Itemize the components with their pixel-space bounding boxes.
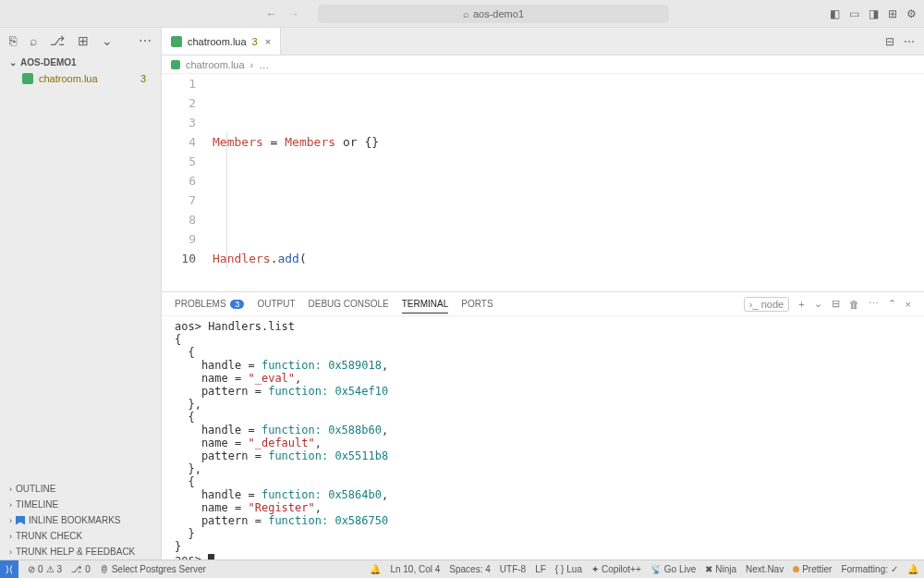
code-editor[interactable]: 1 2 3 4 5 6 7 8 9 10 Members = Members o… [162,74,924,291]
command-center-label: aos-demo1 [473,8,524,19]
status-formatting[interactable]: Formatting: ✓ [841,564,898,574]
line-number: 7 [162,191,196,210]
layout-customize-icon[interactable]: ⊞ [888,7,897,20]
chevron-right-icon: › [9,516,12,525]
chevron-down-icon[interactable]: ⌄ [102,33,113,48]
status-spaces[interactable]: Spaces: 4 [449,564,490,574]
statusbar: ⟩⟨ ⊘ 0 ⚠ 3 ⎇ 0 🛢 Select Postgres Server … [0,560,924,578]
chevron-right-icon: › [9,485,12,494]
sidebar-section-outline[interactable]: ›OUTLINE [0,481,161,497]
section-label: TRUNK HELP & FEEDBACK [16,547,135,557]
settings-gear-icon[interactable]: ⚙ [906,7,917,20]
section-label: INLINE BOOKMARKS [29,515,120,525]
status-encoding[interactable]: UTF-8 [500,564,526,574]
more-icon[interactable]: ⋯ [139,33,152,48]
status-prettier[interactable]: Prettier [793,564,832,574]
terminal-kind[interactable]: ›_node [744,297,789,312]
status-ext[interactable]: ⎇ 0 [71,564,91,574]
line-number: 4 [162,132,196,152]
file-name: chatroom.lua [39,73,98,84]
status-ln-col[interactable]: Ln 10, Col 4 [390,564,440,574]
tab-ports[interactable]: PORTS [461,295,492,313]
status-copilot[interactable]: ✦ Copilot++ [591,564,641,574]
editor-tabs: chatroom.lua 3 × ⊟ ⋯ [162,28,924,55]
chevron-down-icon: ⌄ [9,57,17,68]
breadcrumb-file: chatroom.lua [186,59,245,70]
line-number: 5 [162,152,196,171]
section-label: OUTLINE [16,484,55,494]
chevron-right-icon: › [9,532,12,541]
titlebar: ← → ⌕ aos-demo1 ◧ ▭ ◨ ⊞ ⚙ [0,0,924,28]
tab-dirty-badge: 3 [252,36,258,47]
tab-actions: ⊟ ⋯ [876,28,924,55]
lua-file-icon [171,36,182,47]
more-icon[interactable]: ⋯ [904,35,915,48]
terminal-output[interactable]: aos> Handlers.list { { handle = function… [162,316,924,560]
section-label: TIMELINE [16,499,58,510]
line-number: 2 [162,93,196,113]
status-notifications-icon[interactable]: 🔔 [907,564,918,574]
tab-debug-console[interactable]: DEBUG CONSOLE [308,295,388,313]
trash-icon[interactable]: 🗑 [849,299,859,310]
bottom-panel: PROBLEMS 3 OUTPUT DEBUG CONSOLE TERMINAL… [162,291,924,560]
status-postgres[interactable]: 🛢 Select Postgres Server [100,564,206,574]
tab-label: chatroom.lua [188,36,247,47]
back-icon[interactable]: ← [266,7,277,20]
layout-sidebar-icon[interactable]: ◨ [869,7,879,20]
more-icon[interactable]: ⋯ [869,298,879,310]
chevron-right-icon: › [250,59,254,70]
remote-indicator[interactable]: ⟩⟨ [0,560,18,579]
lua-file-icon [171,60,180,69]
tab-problems[interactable]: PROBLEMS 3 [175,295,244,313]
breadcrumb-more: … [259,59,269,70]
command-center[interactable]: ⌕ aos-demo1 [318,5,669,23]
status-errors[interactable]: ⊘ 0 ⚠ 3 [28,564,62,574]
new-terminal-icon[interactable]: + [798,299,804,310]
sidebar-file-chatroom[interactable]: chatroom.lua 3 [0,71,161,86]
sidebar-section-timeline[interactable]: ›TIMELINE [0,497,161,512]
close-icon[interactable]: × [265,36,271,47]
status-ninja[interactable]: ✖ Ninja [705,564,736,574]
status-bell-icon[interactable]: 🔔 [370,564,381,574]
titlebar-nav: ← → [266,7,299,20]
line-number: 1 [162,74,196,93]
maximize-icon[interactable]: ⌃ [888,298,896,310]
line-number: 8 [162,210,196,229]
status-nextnav[interactable]: Next.Nav [746,564,784,574]
split-editor-icon[interactable]: ⊟ [885,35,894,48]
forward-icon[interactable]: → [288,7,299,20]
tab-output[interactable]: OUTPUT [257,295,295,313]
status-golive[interactable]: 📡 Go Live [650,564,696,574]
extensions-icon[interactable]: ⊞ [78,33,89,48]
sidebar-project-header[interactable]: ⌄ AOS-DEMO1 [0,54,161,71]
live-dot-icon [793,566,799,572]
tab-terminal[interactable]: TERMINAL [402,295,449,314]
chevron-right-icon: › [9,547,12,557]
search-activity-icon[interactable]: ⌕ [30,33,37,48]
bookmark-icon [16,516,25,525]
sidebar-section-bookmarks[interactable]: ›INLINE BOOKMARKS [0,512,161,528]
tab-chatroom[interactable]: chatroom.lua 3 × [162,28,281,55]
split-terminal-icon[interactable]: ⊟ [832,298,840,310]
line-number: 10 [162,249,196,268]
project-name: AOS-DEMO1 [20,57,77,68]
file-badge: 3 [140,73,152,84]
layout-primary-icon[interactable]: ◧ [830,7,840,20]
line-number: 6 [162,171,196,191]
chevron-right-icon: › [9,500,12,510]
explorer-icon[interactable]: ⎘ [9,33,17,48]
sidebar-section-trunk-check[interactable]: ›TRUNK CHECK [0,528,161,544]
code-content[interactable]: Members = Members or {} Handlers.add( "R… [213,74,924,291]
layout-panel-icon[interactable]: ▭ [849,7,859,20]
sidebar: ⎘ ⌕ ⎇ ⊞ ⌄ ⋯ ⌄ AOS-DEMO1 chatroom.lua 3 ›… [0,28,162,560]
search-icon: ⌕ [463,8,469,19]
close-icon[interactable]: × [906,299,911,310]
status-eol[interactable]: LF [535,564,546,574]
sidebar-section-trunk-help[interactable]: ›TRUNK HELP & FEEDBACK [0,544,161,560]
status-language[interactable]: { } Lua [555,564,582,574]
breadcrumb[interactable]: chatroom.lua › … [162,55,924,74]
chevron-down-icon[interactable]: ⌄ [814,298,822,310]
source-control-icon[interactable]: ⎇ [50,33,65,48]
editor-area: chatroom.lua 3 × ⊟ ⋯ chatroom.lua › … 1 … [162,28,924,560]
terminal-icon: ›_ [749,299,759,310]
